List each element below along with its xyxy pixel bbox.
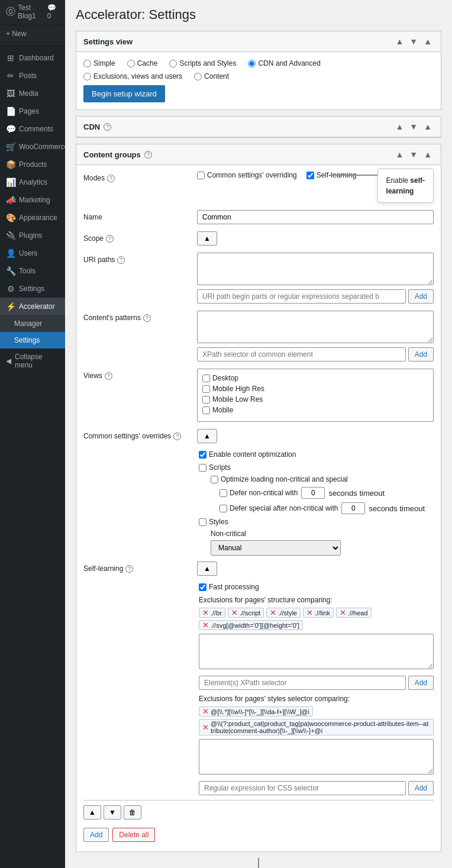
contents-patterns-help-icon[interactable]: ? (143, 314, 151, 322)
scope-btn[interactable]: ▲ (197, 231, 217, 246)
defer-non-critical-input[interactable] (301, 487, 325, 499)
tag-br-remove[interactable]: ✕ (202, 609, 209, 617)
self-learning-checkbox[interactable] (306, 172, 314, 179)
content-groups-help-icon[interactable]: ? (144, 151, 152, 159)
sidebar-item-tools[interactable]: 🔧 Tools (0, 262, 65, 280)
cdn-down-btn[interactable]: ▼ (408, 121, 419, 132)
sidebar-item-woocommerce[interactable]: 🛒 WooCommerce (0, 138, 65, 156)
delete-all-btn[interactable]: Delete all (112, 828, 155, 842)
scripts-checkbox[interactable] (199, 464, 206, 472)
elements-xpath-input[interactable] (199, 676, 406, 690)
uri-paths-textarea[interactable] (197, 253, 434, 285)
view-mobile-checkbox[interactable] (202, 406, 210, 414)
sidebar-item-comments[interactable]: 💬 Comments (0, 120, 65, 138)
sidebar-item-plugins[interactable]: 🔌 Plugins (0, 227, 65, 244)
sidebar-item-appearance[interactable]: 🎨 Appearance (0, 209, 65, 227)
cs-overrides-help-icon[interactable]: ? (173, 433, 181, 440)
defer-special-checkbox[interactable] (219, 505, 227, 512)
new-item-bar[interactable]: + New (0, 26, 65, 41)
optimize-loading-checkbox[interactable] (211, 476, 218, 483)
cg-down-btn[interactable]: ▼ (408, 149, 419, 160)
add-group-btn[interactable]: Add (83, 828, 109, 842)
tag-script-remove[interactable]: ✕ (231, 609, 238, 617)
view-mobile-low-res-checkbox[interactable] (202, 396, 210, 404)
radio-cache[interactable] (127, 60, 135, 67)
sidebar-item-users[interactable]: 👤 Users (0, 244, 65, 262)
radio-exclusions[interactable] (83, 73, 91, 80)
cdn-toggle-btn[interactable]: ▲ (422, 121, 434, 132)
defer-special-option[interactable]: Defer special after non-critical with (219, 504, 338, 512)
sidebar-item-pages[interactable]: 📄 Pages (0, 102, 65, 120)
styles-textarea[interactable] (199, 739, 434, 775)
settings-view-down-btn[interactable]: ▼ (408, 36, 419, 47)
css-selector-add-btn[interactable]: Add (408, 781, 434, 795)
sidebar-item-media[interactable]: 🖼 Media (0, 85, 65, 102)
view-mobile-high-res-checkbox[interactable] (202, 385, 210, 393)
optimize-loading-option[interactable]: Optimize loading non-critical and specia… (211, 475, 434, 483)
structure-textarea[interactable] (199, 634, 434, 669)
fast-processing-checkbox[interactable] (199, 583, 206, 591)
view-option-cache[interactable]: Cache (127, 59, 158, 67)
tag-link-remove[interactable]: ✕ (306, 609, 313, 617)
radio-cdn-advanced[interactable] (248, 60, 256, 67)
fast-processing-option[interactable]: Fast processing (199, 583, 434, 591)
view-desktop[interactable]: Desktop (202, 374, 428, 382)
new-item-label[interactable]: + New (6, 30, 26, 38)
common-settings-overriding-checkbox[interactable] (197, 172, 205, 179)
css-selector-input[interactable] (199, 781, 406, 795)
modes-help-icon[interactable]: ? (107, 175, 115, 182)
tag-style-remove[interactable]: ✕ (270, 609, 276, 617)
radio-scripts-styles[interactable] (169, 60, 177, 67)
views-help-icon[interactable]: ? (105, 372, 112, 380)
enable-content-opt-option[interactable]: Enable content optimization (199, 450, 434, 459)
view-mobile[interactable]: Mobile (202, 406, 428, 414)
sidebar-item-settings[interactable]: ⚙ Settings (0, 280, 65, 298)
group-down-btn[interactable]: ▼ (104, 805, 121, 819)
view-option-simple[interactable]: Simple (83, 59, 115, 67)
non-critical-select[interactable]: Manual Auto (211, 540, 341, 556)
tag-css-1-remove[interactable]: ✕ (202, 708, 209, 715)
elements-xpath-add-btn[interactable]: Add (408, 676, 434, 690)
radio-simple[interactable] (83, 60, 91, 67)
scripts-option[interactable]: Scripts (199, 463, 434, 472)
cs-overrides-btn[interactable]: ▲ (197, 429, 217, 443)
tag-svg-remove[interactable]: ✕ (202, 621, 209, 629)
collapse-menu-btn[interactable]: ◀ Collapse menu (0, 349, 65, 373)
view-option-scripts-styles[interactable]: Scripts and Styles (169, 59, 236, 67)
cdn-up-btn[interactable]: ▲ (393, 121, 405, 132)
sidebar-item-posts[interactable]: ✏ Posts (0, 67, 65, 85)
radio-content[interactable] (194, 73, 202, 80)
view-mobile-high-res[interactable]: Mobile High Res (202, 385, 428, 393)
group-up-btn[interactable]: ▲ (83, 805, 101, 819)
settings-view-up-btn[interactable]: ▲ (393, 36, 405, 47)
defer-non-critical-checkbox[interactable] (219, 489, 227, 497)
view-desktop-checkbox[interactable] (202, 375, 210, 382)
group-delete-btn[interactable]: 🗑 (124, 805, 141, 819)
name-input[interactable] (197, 210, 434, 224)
view-option-cdn-advanced[interactable]: CDN and Advanced (248, 59, 320, 67)
uri-paths-input[interactable] (197, 289, 406, 304)
sidebar-item-accelerator-settings[interactable]: Settings (0, 332, 65, 349)
begin-setup-wizard-btn[interactable]: Begin setup wizard (83, 85, 165, 102)
view-mobile-low-res[interactable]: Mobile Low Res (202, 395, 428, 404)
settings-view-toggle-btn[interactable]: ▲ (422, 36, 434, 47)
sidebar-item-analytics[interactable]: 📊 Analytics (0, 173, 65, 191)
common-settings-overriding-option[interactable]: Common settings' overriding (197, 171, 297, 179)
tag-head-remove[interactable]: ✕ (340, 609, 346, 617)
defer-special-input[interactable] (341, 502, 365, 514)
defer-non-critical-option[interactable]: Defer non-critical with (219, 489, 298, 497)
cg-up-btn[interactable]: ▲ (393, 149, 405, 160)
scope-help-icon[interactable]: ? (106, 235, 114, 243)
sidebar-item-dashboard[interactable]: ⊞ Dashboard (0, 49, 65, 67)
sidebar-item-accelerator-manager[interactable]: Manager (0, 315, 65, 332)
view-option-content[interactable]: Content (194, 72, 229, 80)
cdn-help-icon[interactable]: ? (104, 123, 111, 131)
uri-paths-help-icon[interactable]: ? (117, 256, 125, 264)
uri-paths-add-btn[interactable]: Add (408, 289, 434, 304)
styles-option[interactable]: Styles (199, 518, 434, 526)
sidebar-item-accelerator[interactable]: ⚡ Accelerator (0, 298, 65, 315)
self-learning-section-help-icon[interactable]: ? (125, 565, 133, 573)
self-learning-scope-btn[interactable]: ▲ (197, 562, 217, 576)
contents-patterns-add-btn[interactable]: Add (408, 347, 434, 362)
view-option-exclusions[interactable]: Exclusions, views and users (83, 72, 182, 80)
